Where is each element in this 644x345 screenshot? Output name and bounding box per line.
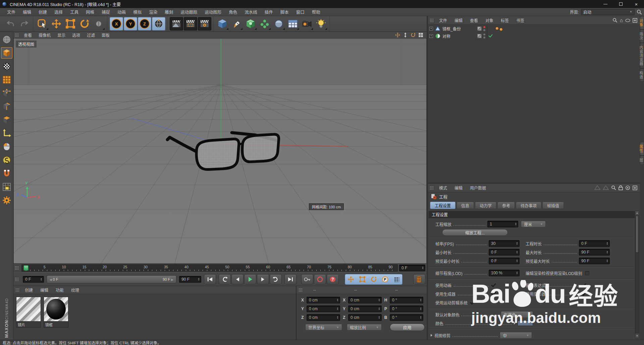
add-spline-pen-button[interactable] [230, 17, 243, 30]
section-header[interactable]: 工程设置 [429, 211, 635, 218]
editor-visibility-dot[interactable] [483, 26, 485, 28]
expand-toggle[interactable]: + [429, 34, 433, 38]
play-button[interactable] [244, 274, 256, 284]
key-position-toggle[interactable] [345, 275, 356, 284]
menu-edit[interactable]: 编辑 [19, 9, 35, 15]
use-animation-checkbox[interactable] [491, 283, 496, 287]
mograph-cloner-button[interactable] [258, 17, 271, 30]
mouse-icon[interactable] [1, 141, 12, 152]
polygons-mode-button[interactable] [1, 114, 12, 126]
eye-icon[interactable] [625, 19, 630, 22]
menu-sculpt[interactable]: 雕刻 [161, 9, 177, 15]
material-item[interactable]: 镜片 [16, 297, 41, 328]
tab-project-settings[interactable]: 工程设置 [430, 202, 455, 209]
search-icon[interactable] [637, 9, 642, 15]
home-icon[interactable]: ⌂ [620, 17, 623, 23]
lod-render-checkbox[interactable] [585, 271, 589, 275]
quantize-gear-icon[interactable] [1, 195, 12, 206]
timeline-track[interactable]: 0 5 10 15 20 25 30 35 40 45 50 55 60 65 … [21, 264, 398, 272]
live-selection-tool[interactable] [36, 17, 49, 30]
tab-referencing[interactable]: 参考 [497, 202, 515, 209]
move-tool[interactable] [50, 17, 63, 30]
use-deformers-checkbox[interactable] [581, 291, 586, 296]
add-primitive-cube-button[interactable] [216, 17, 229, 30]
attr-menu-userdata[interactable]: 用户数据 [467, 185, 489, 191]
tab-info[interactable]: 信息 [457, 202, 474, 209]
goto-start-button[interactable] [204, 274, 216, 284]
expand-arrow-icon[interactable] [431, 334, 432, 337]
next-frame-button[interactable] [257, 274, 269, 284]
preview-range-slider[interactable]: ◀ 0 F 90 F ▶ [47, 275, 177, 283]
tab-dynamics[interactable]: 动力学 [475, 202, 496, 209]
key-parameter-toggle[interactable]: P [380, 275, 390, 284]
transform-mode-select[interactable]: 缩放比例▼ [347, 324, 382, 331]
tab-todo[interactable]: 待办事项 [516, 202, 541, 209]
expand-toggle[interactable]: + [429, 27, 433, 30]
drag-handle-icon[interactable] [15, 277, 19, 281]
attr-menu-mode[interactable]: 模式 [436, 185, 450, 191]
menu-mograph[interactable]: 运动图形 [201, 9, 225, 15]
toggle-layout-icon[interactable] [418, 32, 423, 38]
preview-min-field[interactable]: 0 F▲▼ [489, 258, 520, 264]
size-z-field[interactable]: 0 cm▲▼ [348, 314, 382, 321]
material-menu-create[interactable]: 创建 [21, 287, 36, 293]
edges-mode-button[interactable] [1, 101, 12, 112]
search-icon[interactable] [611, 185, 616, 190]
rot-h-field[interactable]: 0 °▲▼ [390, 297, 423, 303]
menu-tools[interactable]: 工具 [66, 9, 82, 15]
object-row-jingkuang-beifen[interactable]: + 镜框_备份 [428, 25, 640, 32]
layer-chip-icon[interactable] [477, 34, 482, 38]
points-mode-button[interactable] [1, 87, 12, 99]
last-tool-button[interactable] [92, 17, 105, 30]
om-menu-bookmark[interactable]: 书签 [513, 17, 528, 23]
fps-field[interactable]: 30▲▼ [489, 240, 520, 247]
menu-mesh[interactable]: 网格 [82, 9, 98, 15]
attr-menu-edit[interactable]: 编辑 [451, 185, 466, 191]
viewport-menu-display[interactable]: 显示 [54, 32, 68, 38]
pos-y-field[interactable]: 0 cm▲▼ [307, 305, 340, 312]
visibility-dots[interactable] [483, 33, 485, 39]
object-name[interactable]: 镜框_备份 [442, 26, 477, 31]
subdivision-surface-button[interactable] [244, 17, 257, 30]
drag-handle-icon[interactable] [15, 266, 19, 270]
magnet-icon[interactable] [1, 168, 12, 179]
min-time-field[interactable]: 0 F▲▼ [489, 249, 520, 256]
attr-scrollbar[interactable]: ▲ ▼ [635, 210, 639, 338]
visibility-dots[interactable] [483, 26, 485, 31]
material-menu-edit[interactable]: 编辑 [37, 287, 52, 293]
tab-key-interpolation[interactable]: 帧插值 [542, 202, 564, 209]
use-expressions-checkbox[interactable] [581, 283, 586, 287]
coordinate-system-button[interactable] [152, 17, 165, 30]
target-icon[interactable] [625, 185, 630, 190]
tab-objects[interactable]: 对象 [640, 16, 644, 29]
menu-help[interactable]: 帮助 [308, 9, 324, 15]
spinner-icon[interactable]: ▲▼ [421, 265, 424, 271]
undo-button[interactable] [4, 17, 17, 30]
material-item[interactable]: 镜框 [44, 297, 68, 328]
color-swatch[interactable] [518, 321, 533, 326]
preview-max-field[interactable]: 90 F▲▼ [579, 258, 610, 264]
coordinate-system-select[interactable]: 世界坐标▼ [305, 324, 342, 331]
view-label[interactable]: 透视视图 [16, 41, 37, 48]
axis-mode-button[interactable] [1, 128, 12, 139]
menu-window[interactable]: 窗口 [292, 9, 308, 15]
record-options-button[interactable]: ? [327, 274, 339, 284]
editor-visibility-dot[interactable] [483, 33, 485, 36]
rotate-view-icon[interactable] [411, 32, 416, 38]
drag-handle-icon[interactable] [299, 288, 303, 292]
use-generators-checkbox[interactable] [491, 291, 496, 296]
material-menu-function[interactable]: 功能 [52, 287, 67, 293]
om-menu-object[interactable]: 对象 [482, 17, 497, 23]
lock-y-axis-button[interactable]: Y [124, 17, 137, 30]
spinner-icon[interactable]: ▲▼ [197, 276, 200, 282]
enable-toggle[interactable] [488, 26, 493, 31]
render-visibility-dot[interactable] [483, 29, 485, 31]
render-region-button[interactable] [184, 17, 197, 30]
redo-button[interactable] [18, 17, 31, 30]
tab-takes[interactable]: 场次 [640, 29, 644, 43]
menu-render[interactable]: 渲染 [145, 9, 161, 15]
model-mode-button[interactable] [1, 47, 12, 59]
scroll-up-icon[interactable]: ▲ [635, 211, 639, 215]
material-menu-texture[interactable]: 纹理 [68, 287, 83, 293]
rot-b-field[interactable]: 0 °▲▼ [390, 314, 423, 321]
